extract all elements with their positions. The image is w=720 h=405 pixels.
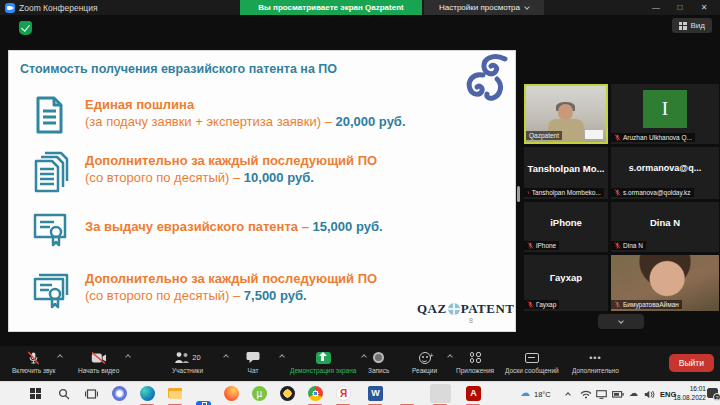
share-screen-icon bbox=[316, 352, 331, 364]
utorrent-icon[interactable]: µ bbox=[252, 386, 267, 401]
participant-tile[interactable]: iPhone iPhone bbox=[524, 202, 608, 252]
share-options-chevron[interactable] bbox=[361, 354, 367, 360]
more-button[interactable]: ••• Дополнительно bbox=[572, 350, 619, 374]
participant-tile-photo[interactable]: БимуратоваАйман bbox=[611, 255, 719, 311]
chat-options-chevron[interactable] bbox=[279, 354, 285, 360]
media-app-icon[interactable] bbox=[280, 386, 295, 401]
taskbar-search-button[interactable] bbox=[56, 386, 71, 401]
slide-item-detail: (со второго по десятый) – bbox=[85, 170, 244, 185]
view-button[interactable]: Вид bbox=[672, 18, 712, 33]
whiteboards-label: Доски сообщений bbox=[505, 367, 559, 374]
muted-mic-icon bbox=[614, 134, 621, 141]
logo-text-right: PATENT bbox=[461, 301, 515, 317]
wifi-icon[interactable] bbox=[580, 390, 592, 399]
word-icon[interactable]: W bbox=[368, 386, 383, 401]
close-button[interactable]: ✕ bbox=[692, 0, 716, 15]
qazpatent-logo: QAZ PATENT bbox=[417, 301, 514, 317]
participant-name: Гаухар bbox=[536, 301, 556, 308]
yandex-browser-icon[interactable]: Я bbox=[336, 386, 351, 401]
slide-item-price: 10,000 руб. bbox=[244, 170, 314, 185]
record-button[interactable]: Запись bbox=[368, 350, 389, 374]
scroll-participants-button[interactable] bbox=[598, 314, 644, 329]
participant-tile[interactable]: Гаухар Гаухар bbox=[524, 255, 608, 311]
muted-mic-icon bbox=[527, 301, 534, 308]
slide-item-price: 7,500 руб. bbox=[244, 288, 307, 303]
app-title-group: Zoom Конференция bbox=[5, 0, 98, 15]
microsoft-store-icon[interactable] bbox=[196, 401, 211, 405]
participants-button[interactable]: 20 Участники bbox=[172, 350, 203, 374]
participants-label: Участники bbox=[172, 367, 203, 374]
speaker-icon[interactable] bbox=[644, 390, 655, 399]
whiteboards-button[interactable]: Доски сообщений bbox=[505, 350, 559, 374]
window-titlebar: Zoom Конференция Вы просматриваете экран… bbox=[0, 0, 720, 15]
acrobat-icon[interactable]: A bbox=[466, 386, 481, 401]
share-screen-button[interactable]: Демонстрация экрана bbox=[290, 350, 356, 374]
chevron-down-icon bbox=[618, 318, 624, 324]
slide-page-number: 8 bbox=[469, 317, 473, 324]
minimize-button[interactable]: — bbox=[644, 0, 668, 15]
chat-label: Чат bbox=[248, 367, 259, 374]
grid-view-icon bbox=[679, 22, 687, 30]
slide-item-detail: (за подачу заявки + экспертиза заявки) – bbox=[85, 114, 336, 129]
slide-item-heading: Дополнительно за каждый последующий ПО bbox=[85, 271, 377, 286]
meeting-toolbar: Включить звук Начать видео 20 bbox=[0, 346, 720, 381]
security-shield-icon[interactable] bbox=[19, 21, 32, 35]
notification-center-icon[interactable]: 2 bbox=[707, 388, 718, 398]
video-options-chevron[interactable] bbox=[125, 354, 131, 360]
view-button-label: Вид bbox=[691, 21, 705, 30]
slide-item-line: (со второго по десятый) – 10,000 руб. bbox=[85, 170, 314, 185]
slide-item-line: За выдачу евразийского патента – 15,000 … bbox=[85, 219, 383, 234]
participant-name-label: iPhone bbox=[524, 241, 559, 250]
participant-name-label: БимуратоваАйман bbox=[611, 300, 682, 309]
cortana-icon[interactable] bbox=[112, 386, 127, 401]
participant-big-name: Гаухар bbox=[524, 272, 608, 283]
participant-tile[interactable]: s.ormanova@q... s.ormanova@qolday.kz bbox=[611, 147, 719, 199]
view-settings-button[interactable]: Настройки просмотра bbox=[424, 0, 544, 15]
video-label: Начать видео bbox=[78, 367, 119, 374]
reactions-options-chevron[interactable] bbox=[447, 354, 453, 360]
task-view-button[interactable] bbox=[84, 386, 99, 401]
display-icon[interactable] bbox=[596, 390, 607, 399]
participant-name-label: Dina N bbox=[611, 241, 646, 250]
clock[interactable]: 16:01 18.08.2022 bbox=[673, 385, 706, 402]
chat-button[interactable]: Чат bbox=[246, 350, 260, 374]
notification-badge: 2 bbox=[713, 393, 720, 401]
slide-item-detail: (со второго по десятый) – bbox=[85, 288, 244, 303]
panel-resize-handle[interactable] bbox=[517, 186, 520, 202]
tray-expand-chevron[interactable] bbox=[565, 392, 571, 398]
participant-tile-video[interactable]: Qazpatent bbox=[524, 84, 608, 144]
start-video-button[interactable]: Начать видео bbox=[78, 350, 119, 374]
view-settings-label: Настройки просмотра bbox=[439, 3, 520, 12]
file-explorer-icon[interactable] bbox=[168, 386, 183, 401]
edge-browser-icon[interactable] bbox=[140, 386, 155, 401]
apps-button[interactable]: Приложения bbox=[456, 350, 494, 374]
leave-button[interactable]: Выйти bbox=[669, 354, 714, 372]
participant-tile[interactable]: Dina N Dina N bbox=[611, 202, 719, 252]
participants-options-chevron[interactable] bbox=[223, 354, 229, 360]
presentation-slide: Стоимость получения евразийского патента… bbox=[8, 50, 516, 332]
reactions-button[interactable]: + Реакции bbox=[412, 350, 437, 374]
onedrive-cloud-icon[interactable]: ☁ bbox=[629, 388, 638, 398]
reactions-label: Реакции bbox=[412, 367, 437, 374]
participant-tile[interactable]: I Aruzhan Ulkhanova Q... bbox=[611, 84, 719, 144]
logo-text-left: QAZ bbox=[417, 301, 447, 317]
participant-big-name: Dina N bbox=[611, 217, 719, 228]
chrome-icon[interactable] bbox=[308, 386, 323, 401]
battery-icon[interactable] bbox=[612, 391, 624, 398]
participant-big-name: s.ormanova@q... bbox=[611, 163, 719, 173]
documents-stack-icon bbox=[31, 151, 71, 193]
mute-options-chevron[interactable] bbox=[57, 354, 63, 360]
kazakh-ornament-icon bbox=[463, 53, 509, 105]
participant-name-label: Qazpatent bbox=[526, 131, 562, 140]
mute-button[interactable]: Включить звук bbox=[12, 350, 55, 374]
temperature-label[interactable]: 18°C bbox=[534, 390, 551, 399]
firefox-icon[interactable] bbox=[224, 386, 239, 401]
start-button[interactable] bbox=[28, 386, 43, 401]
muted-mic-icon bbox=[527, 189, 530, 196]
participant-tile[interactable]: Tansholpan Mo... Tansholpan Mombeko... bbox=[524, 147, 608, 199]
weather-icon[interactable]: ☁ bbox=[520, 387, 530, 398]
chat-icon bbox=[246, 351, 260, 364]
paper-shape bbox=[585, 130, 603, 139]
maximize-button[interactable]: □ bbox=[668, 0, 692, 15]
zoom-logo-icon bbox=[5, 3, 15, 13]
